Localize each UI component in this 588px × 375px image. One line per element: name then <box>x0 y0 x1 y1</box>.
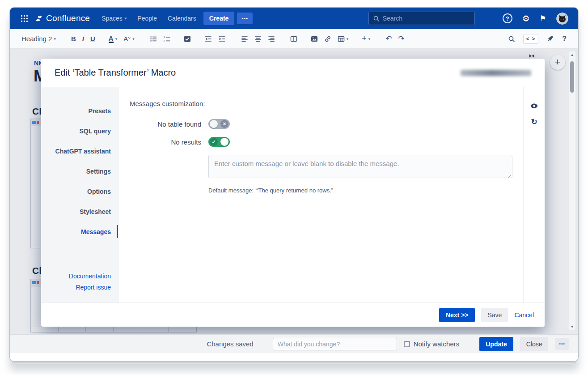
cross-icon: × <box>220 120 228 128</box>
bottom-more-button[interactable]: ••• <box>555 338 569 350</box>
undo-button[interactable]: ↶ <box>385 33 392 45</box>
paragraph-style-label: Heading 2 <box>21 35 52 43</box>
macro-editor-dialog: Edit ‘Table Transformer’ Macro Presets S… <box>41 59 545 327</box>
feedback-button[interactable] <box>546 33 554 45</box>
dialog-side-rail: ↻ <box>523 87 545 303</box>
align-left-button[interactable] <box>241 33 248 45</box>
nav-item-people[interactable]: People <box>137 15 157 22</box>
svg-text:1: 1 <box>163 35 165 38</box>
redo-button[interactable]: ↷ <box>398 33 405 45</box>
version-comment-input[interactable] <box>273 338 397 350</box>
tab-chatgpt-assistant[interactable]: ChatGPT assistant <box>41 141 118 161</box>
insert-link-button[interactable] <box>324 33 331 45</box>
search-input[interactable] <box>383 15 470 22</box>
chevron-down-icon: ▾ <box>132 37 135 41</box>
no-results-label: No results <box>130 138 201 146</box>
align-right-button[interactable] <box>268 33 275 45</box>
create-button[interactable]: Create <box>203 12 235 25</box>
numbered-list-icon: 12 <box>163 35 170 43</box>
search-icon <box>373 15 380 22</box>
text-color-icon: A <box>109 35 114 43</box>
scroll-up-arrow-icon[interactable]: ▲ <box>571 51 574 58</box>
bold-button[interactable]: B <box>71 33 76 45</box>
settings-button[interactable]: ⚙ <box>522 14 530 23</box>
app-switcher-button[interactable] <box>19 13 30 24</box>
help-button[interactable]: ? <box>503 13 512 23</box>
align-right-icon <box>268 35 275 43</box>
vertical-scrollbar[interactable]: ▲ ▼ <box>569 51 575 330</box>
chevron-down-icon: ▾ <box>54 37 56 41</box>
outdent-button[interactable] <box>204 33 212 45</box>
no-results-toggle[interactable]: ✓ <box>208 137 230 147</box>
insert-plus-fab[interactable]: + <box>550 55 565 70</box>
tab-settings[interactable]: Settings <box>41 161 118 181</box>
tab-sql-query[interactable]: SQL query <box>41 121 118 141</box>
close-button[interactable]: Close <box>520 337 549 351</box>
insert-media-button[interactable] <box>311 33 318 45</box>
align-center-icon <box>254 35 262 43</box>
gear-icon: ⚙ <box>522 14 530 23</box>
toolbar-right: < > ? <box>508 33 567 45</box>
preview-button[interactable] <box>530 102 538 110</box>
tab-options[interactable]: Options <box>41 181 118 201</box>
no-table-found-label: No table found <box>130 120 201 128</box>
notify-watchers-checkbox[interactable] <box>404 341 410 347</box>
update-button[interactable]: Update <box>479 337 513 351</box>
text-color-button[interactable]: A ▾ <box>109 33 117 45</box>
underline-button[interactable]: U <box>90 33 95 45</box>
save-button[interactable]: Save <box>481 308 508 322</box>
confluence-logo-icon <box>35 15 43 22</box>
changes-saved-status: Changes saved <box>207 340 253 348</box>
more-formatting-button[interactable]: A° ▾ <box>123 33 135 45</box>
tab-messages[interactable]: Messages <box>41 222 118 242</box>
confluence-logo[interactable]: Confluence <box>35 13 90 23</box>
insert-table-button[interactable]: ▾ <box>338 33 349 45</box>
tab-presets[interactable]: Presets <box>41 101 118 121</box>
nav-more-button[interactable]: ••• <box>237 13 253 24</box>
cancel-button[interactable]: Cancel <box>514 311 534 319</box>
refresh-button[interactable]: ↻ <box>531 117 537 127</box>
nav-item-spaces[interactable]: Spaces ▾ <box>102 15 127 22</box>
paragraph-style-selector[interactable]: Heading 2 ▾ <box>21 33 56 45</box>
editor-help-button[interactable]: ? <box>562 35 567 43</box>
user-avatar[interactable] <box>556 13 568 25</box>
italic-button[interactable]: I <box>82 33 84 45</box>
eye-icon <box>530 102 538 110</box>
default-message-label: Default message: <box>208 187 254 194</box>
plus-icon: + <box>362 34 367 43</box>
svg-text:2: 2 <box>163 39 165 42</box>
rocket-icon <box>546 35 554 43</box>
bullet-list-button[interactable] <box>150 33 157 45</box>
align-left-icon <box>241 35 248 43</box>
scrollbar-thumb[interactable] <box>570 61 574 93</box>
outdent-icon <box>204 35 212 43</box>
editor-bottom-bar: Changes saved Notify watchers Update Clo… <box>10 334 578 353</box>
tab-stylesheet[interactable]: Stylesheet <box>41 201 118 222</box>
no-results-row: No results ✓ <box>130 137 512 147</box>
nav-search <box>368 12 475 25</box>
task-list-button[interactable] <box>184 33 191 45</box>
report-issue-link[interactable]: Report issue <box>76 284 111 291</box>
check-icon: ✓ <box>210 138 218 146</box>
insert-more-button[interactable]: + ▾ <box>362 33 370 45</box>
nav-item-calendars[interactable]: Calendars <box>168 15 196 22</box>
notify-watchers-label: Notify watchers <box>414 340 460 348</box>
dialog-sidebar: Presets SQL query ChatGPT assistant Sett… <box>41 87 118 303</box>
align-center-button[interactable] <box>254 33 262 45</box>
top-navigation: Confluence Spaces ▾ People Calendars Cre… <box>10 8 578 29</box>
scroll-down-arrow-icon[interactable]: ▼ <box>571 324 574 330</box>
indent-button[interactable] <box>218 33 226 45</box>
notifications-button[interactable]: ⚑ <box>540 15 546 22</box>
no-table-found-toggle[interactable]: × <box>208 119 230 129</box>
documentation-link[interactable]: Documentation <box>69 273 111 280</box>
page-layout-button[interactable] <box>290 33 297 45</box>
source-editor-button[interactable]: < > <box>523 34 538 44</box>
next-button[interactable]: Next >> <box>439 308 475 322</box>
custom-message-field-wrap <box>208 155 512 180</box>
default-message-hint: Default message:“The query returned no r… <box>208 187 512 194</box>
custom-message-textarea[interactable] <box>208 155 512 178</box>
numbered-list-button[interactable]: 12 <box>163 33 170 45</box>
chevron-down-icon: ▾ <box>347 37 349 41</box>
nav-item-label: People <box>137 15 157 22</box>
find-replace-button[interactable] <box>508 33 515 45</box>
